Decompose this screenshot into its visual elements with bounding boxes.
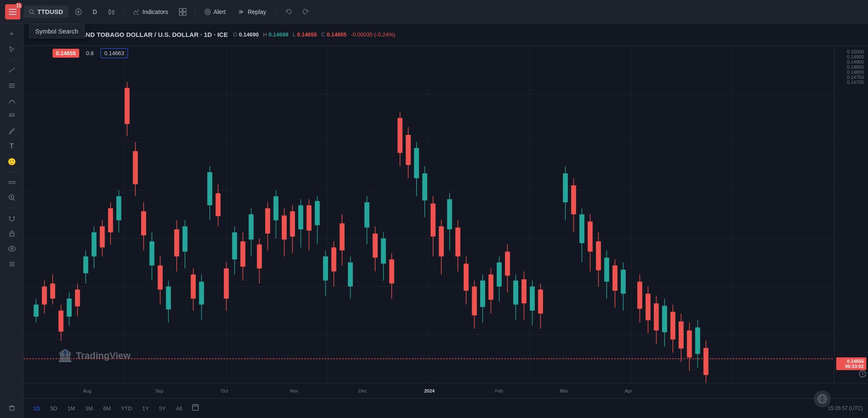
symbol-selector[interactable]: TTDUSD	[24, 6, 68, 18]
open-value: O 0.14690	[233, 31, 259, 38]
calendar-button[interactable]	[188, 402, 203, 415]
svg-rect-137	[282, 215, 287, 240]
lock-tool[interactable]	[5, 227, 19, 240]
cursor-tool[interactable]	[5, 42, 19, 56]
globe-badge[interactable]	[814, 390, 831, 407]
indicators-label: Indicators	[142, 8, 168, 15]
price-axis: 0.15000 0.14950 0.14900 0.14850 0.14800 …	[834, 46, 868, 383]
svg-rect-85	[67, 298, 72, 317]
svg-rect-215	[637, 282, 643, 309]
svg-rect-223	[670, 312, 676, 339]
period-1y[interactable]: 1Y	[138, 404, 153, 413]
svg-rect-147	[323, 256, 328, 281]
replay-icon	[238, 8, 245, 15]
svg-rect-219	[654, 304, 659, 331]
alert-icon	[204, 8, 211, 15]
emoji-tool[interactable]: 🙂	[5, 155, 19, 168]
more-tools[interactable]	[5, 257, 19, 271]
period-5y[interactable]: 5Y	[155, 404, 170, 413]
gann-tool[interactable]	[5, 109, 19, 123]
svg-rect-131	[257, 244, 262, 268]
time-label-sep: Sep	[155, 388, 164, 393]
toolbar: 11 TTDUSD D Indicators	[0, 0, 868, 24]
svg-point-31	[9, 115, 11, 117]
alert-button[interactable]: Alert	[200, 6, 230, 18]
zoom-tool[interactable]	[5, 191, 19, 204]
add-symbol-button[interactable]	[72, 5, 85, 19]
svg-rect-109	[166, 287, 171, 309]
timeframe-label: D	[93, 8, 97, 15]
chart-canvas[interactable]: 🏦 TradingView	[24, 46, 834, 383]
timeframe-selector[interactable]: D	[89, 6, 101, 18]
svg-rect-221	[662, 306, 667, 332]
layout-icon	[179, 8, 186, 16]
candlestick-icon	[108, 8, 115, 16]
svg-point-32	[13, 115, 14, 117]
period-1d[interactable]: 1D	[29, 404, 45, 413]
svg-rect-1	[9, 11, 17, 12]
svg-rect-127	[240, 241, 245, 267]
period-1m[interactable]: 1M	[63, 404, 79, 413]
indicators-icon	[133, 8, 140, 15]
svg-rect-2	[9, 14, 17, 15]
svg-rect-157	[373, 234, 378, 258]
svg-point-19	[205, 9, 210, 14]
crosshair-tool[interactable]: +	[5, 27, 19, 41]
svg-rect-113	[183, 226, 188, 252]
svg-rect-123	[224, 268, 229, 298]
replay-button[interactable]: Replay	[233, 6, 271, 18]
time-label-feb: Feb	[495, 388, 503, 393]
svg-rect-213	[621, 270, 626, 294]
period-ytd[interactable]: YTD	[117, 404, 136, 413]
svg-line-43	[13, 199, 15, 201]
period-all[interactable]: All	[172, 404, 186, 413]
svg-rect-155	[364, 202, 370, 228]
brush-tool[interactable]	[5, 124, 19, 138]
svg-rect-91	[92, 232, 97, 256]
divider-3	[276, 7, 277, 17]
period-3m[interactable]: 3M	[81, 404, 97, 413]
fib-tool[interactable]	[5, 94, 19, 107]
indicators-button[interactable]: Indicators	[129, 6, 172, 18]
svg-rect-240	[192, 405, 198, 410]
svg-rect-151	[339, 223, 345, 251]
chart-type-button[interactable]	[105, 5, 118, 19]
time-label-oct: Oct	[221, 388, 228, 393]
text-tool[interactable]: T	[5, 139, 19, 153]
trend-line-tool[interactable]	[5, 63, 19, 77]
time-label-nov: Nov	[290, 388, 298, 393]
svg-rect-181	[472, 287, 477, 315]
high-value: H 0.14699	[263, 31, 288, 38]
visibility-tool[interactable]	[5, 242, 19, 256]
trash-tool[interactable]	[5, 401, 19, 415]
undo-button[interactable]	[282, 5, 295, 19]
layout-button[interactable]	[176, 5, 189, 19]
svg-rect-177	[455, 228, 460, 256]
svg-rect-103	[141, 211, 146, 235]
period-5d[interactable]: 5D	[46, 404, 62, 413]
symbol-search-text: Symbol Search	[35, 28, 78, 35]
price-tick-4: 0.14850	[836, 64, 866, 70]
svg-rect-79	[42, 287, 47, 305]
svg-rect-197	[538, 290, 543, 314]
menu-button[interactable]: 11	[5, 4, 20, 20]
svg-rect-99	[125, 88, 130, 124]
svg-rect-121	[216, 193, 221, 216]
svg-rect-97	[117, 196, 122, 220]
magnet-tool[interactable]	[5, 212, 19, 225]
redo-button[interactable]	[299, 5, 312, 19]
svg-rect-229	[695, 327, 700, 354]
svg-rect-141	[298, 205, 303, 229]
horizontal-line-tool[interactable]	[5, 78, 19, 92]
multiplier-value: 0.8	[83, 49, 97, 58]
svg-rect-111	[174, 229, 179, 256]
svg-rect-125	[232, 232, 237, 259]
svg-rect-171	[431, 203, 436, 237]
ruler-tool[interactable]	[5, 176, 19, 189]
svg-rect-161	[389, 259, 394, 284]
period-6m[interactable]: 6M	[99, 404, 115, 413]
price-tick-6: 0.14750	[836, 75, 866, 80]
svg-rect-153	[348, 262, 353, 287]
svg-point-49	[8, 246, 15, 251]
clock-icon[interactable]	[836, 370, 866, 379]
